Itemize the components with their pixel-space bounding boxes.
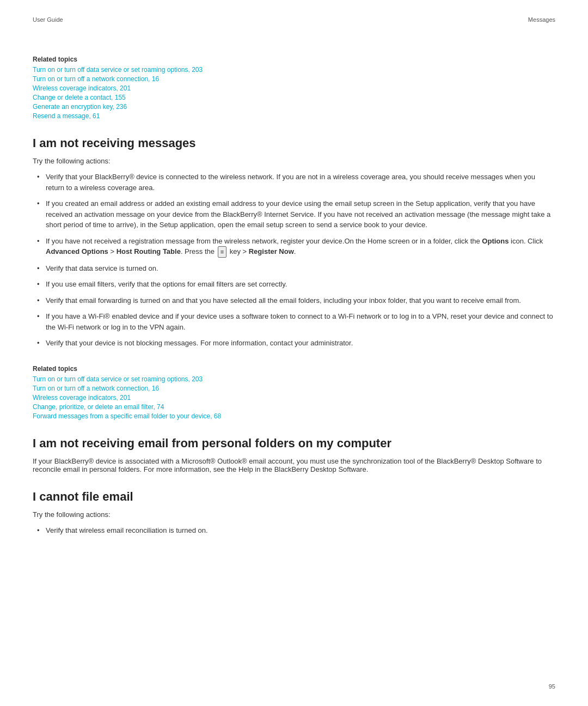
middle-related-topics-section: Related topics Turn on or turn off data …: [33, 365, 555, 420]
related-link[interactable]: Turn on or turn off data service or set …: [33, 66, 203, 74]
page-footer: 95: [549, 683, 555, 690]
page-number: 95: [549, 683, 555, 690]
list-item: Turn on or turn off data service or set …: [33, 375, 555, 383]
list-item: Verify that email forwarding is turned o…: [33, 295, 555, 306]
section3-title: I cannot file email: [33, 490, 555, 504]
related-link[interactable]: Change, prioritize, or delete an email f…: [33, 403, 164, 411]
related-link[interactable]: Resend a message, 61: [33, 112, 100, 120]
list-item: Change or delete a contact, 155: [33, 93, 555, 101]
list-item: Change, prioritize, or delete an email f…: [33, 403, 555, 411]
advanced-options-bold: Advanced Options: [46, 247, 108, 255]
related-link[interactable]: Turn on or turn off data service or set …: [33, 375, 203, 383]
top-related-topics-list: Turn on or turn off data service or set …: [33, 65, 555, 120]
list-item: Turn on or turn off a network connection…: [33, 75, 555, 83]
top-related-topics-section: Related topics Turn on or turn off data …: [33, 56, 555, 120]
top-related-topics-label: Related topics: [33, 56, 555, 63]
register-now-bold: Register Now: [249, 247, 294, 255]
related-link[interactable]: Forward messages from a specific email f…: [33, 412, 221, 420]
list-item: Verify that your BlackBerry® device is c…: [33, 172, 555, 193]
section3-intro: Try the following actions:: [33, 510, 555, 519]
related-link[interactable]: Generate an encryption key, 236: [33, 103, 127, 111]
related-link[interactable]: Wireless coverage indicators, 201: [33, 84, 131, 92]
list-item: Wireless coverage indicators, 201: [33, 84, 555, 92]
menu-icon: ≡: [218, 246, 226, 258]
section1-title: I am not receiving messages: [33, 136, 555, 150]
list-item: Verify that your device is not blocking …: [33, 338, 555, 349]
middle-related-topics-label: Related topics: [33, 365, 555, 373]
list-item: Generate an encryption key, 236: [33, 102, 555, 111]
list-item: If you have a Wi-Fi® enabled device and …: [33, 311, 555, 332]
list-item: If you have not received a registration …: [33, 236, 555, 258]
section2-body: If your BlackBerry® device is associated…: [33, 457, 555, 473]
section1-bullet-list: Verify that your BlackBerry® device is c…: [33, 172, 555, 349]
list-item: Verify that data service is turned on.: [33, 263, 555, 274]
list-item: Turn on or turn off data service or set …: [33, 65, 555, 74]
header-left: User Guide: [33, 16, 63, 23]
list-item: Resend a message, 61: [33, 112, 555, 120]
section2-title: I am not receiving email from personal f…: [33, 436, 555, 451]
section3: I cannot file email Try the following ac…: [33, 490, 555, 536]
related-link[interactable]: Turn on or turn off a network connection…: [33, 385, 159, 392]
list-item: Forward messages from a specific email f…: [33, 412, 555, 420]
section1: I am not receiving messages Try the foll…: [33, 136, 555, 349]
host-routing-table-bold: Host Routing Table: [117, 247, 181, 255]
related-link[interactable]: Wireless coverage indicators, 201: [33, 394, 131, 401]
related-link[interactable]: Change or delete a contact, 155: [33, 94, 126, 101]
section2: I am not receiving email from personal f…: [33, 436, 555, 473]
options-bold: Options: [482, 237, 509, 245]
page-header: User Guide Messages: [33, 16, 555, 23]
list-item: Turn on or turn off a network connection…: [33, 384, 555, 392]
section1-intro: Try the following actions:: [33, 157, 555, 165]
list-item: If you created an email address or added…: [33, 198, 555, 230]
header-right: Messages: [528, 16, 555, 23]
list-item: Wireless coverage indicators, 201: [33, 393, 555, 401]
middle-related-topics-list: Turn on or turn off data service or set …: [33, 375, 555, 420]
list-item: If you use email filters, verify that th…: [33, 279, 555, 290]
related-link[interactable]: Turn on or turn off a network connection…: [33, 75, 159, 83]
section3-bullet-list: Verify that wireless email reconciliatio…: [33, 525, 555, 536]
list-item: Verify that wireless email reconciliatio…: [33, 525, 555, 536]
